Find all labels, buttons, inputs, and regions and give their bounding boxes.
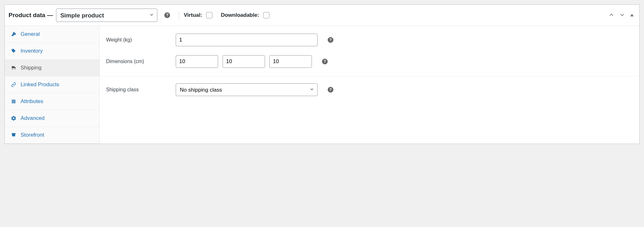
weight-label: Weight (kg) <box>106 37 176 43</box>
tab-attributes[interactable]: Attributes <box>5 93 99 110</box>
tab-shipping[interactable]: Shipping <box>5 60 99 76</box>
tab-label: General <box>21 31 40 37</box>
wrench-icon <box>11 32 17 37</box>
product-type-select-wrap: Simple product <box>56 9 157 22</box>
virtual-label: Virtual: <box>184 12 202 18</box>
tab-advanced[interactable]: Advanced <box>5 110 99 127</box>
tag-icon <box>11 49 17 54</box>
downloadable-option: Downloadable: <box>221 11 270 19</box>
height-input[interactable] <box>269 55 312 68</box>
product-type-select[interactable]: Simple product <box>56 9 157 22</box>
svg-rect-2 <box>12 101 16 102</box>
divider <box>179 11 179 19</box>
tab-label: Inventory <box>21 48 43 54</box>
virtual-checkbox[interactable] <box>206 12 212 18</box>
svg-rect-1 <box>12 100 16 101</box>
tab-label: Linked Products <box>21 81 59 88</box>
move-up-icon[interactable] <box>608 12 615 19</box>
tab-label: Advanced <box>21 115 45 121</box>
product-data-panel: Product data — Simple product ? Virtual:… <box>4 4 640 144</box>
virtual-option: Virtual: <box>184 11 213 19</box>
panel-header: Product data — Simple product ? Virtual:… <box>5 5 639 26</box>
tab-storefront[interactable]: Storefront <box>5 127 99 144</box>
shipping-class-row: Shipping class No shipping class ? <box>100 79 639 101</box>
panel-body: General Inventory Shipping <box>5 26 639 144</box>
svg-marker-0 <box>630 14 634 16</box>
store-icon <box>11 133 17 138</box>
shipping-class-label: Shipping class <box>106 87 176 93</box>
dimensions-label: Dimensions (cm) <box>106 59 176 64</box>
length-input[interactable] <box>176 55 218 68</box>
downloadable-checkbox[interactable] <box>263 12 269 18</box>
weight-input[interactable] <box>176 34 318 46</box>
svg-rect-3 <box>12 102 16 103</box>
help-icon[interactable]: ? <box>164 12 170 18</box>
move-down-icon[interactable] <box>619 12 625 19</box>
shipping-settings: Weight (kg) ? Dimensions (cm) ? <box>100 26 639 144</box>
product-data-tabs: General Inventory Shipping <box>5 26 100 144</box>
weight-row: Weight (kg) ? <box>100 29 639 51</box>
tab-label: Attributes <box>21 98 43 105</box>
tab-label: Storefront <box>21 132 44 138</box>
truck-icon <box>11 65 17 70</box>
downloadable-label: Downloadable: <box>221 12 259 18</box>
tab-inventory[interactable]: Inventory <box>5 43 99 60</box>
collapse-panel-icon[interactable] <box>630 13 634 18</box>
help-icon[interactable]: ? <box>322 59 328 64</box>
help-icon[interactable]: ? <box>328 37 333 43</box>
dimensions-row: Dimensions (cm) ? <box>100 51 639 76</box>
panel-title: Product data — <box>9 12 53 19</box>
list-icon <box>11 99 17 104</box>
link-icon <box>11 82 17 87</box>
tab-general[interactable]: General <box>5 26 99 43</box>
panel-controls <box>608 12 634 19</box>
help-icon[interactable]: ? <box>328 87 333 93</box>
tab-linked-products[interactable]: Linked Products <box>5 76 99 93</box>
width-input[interactable] <box>223 55 265 68</box>
gear-icon <box>11 116 17 121</box>
shipping-class-select[interactable]: No shipping class <box>176 83 318 96</box>
tab-label: Shipping <box>21 65 41 71</box>
